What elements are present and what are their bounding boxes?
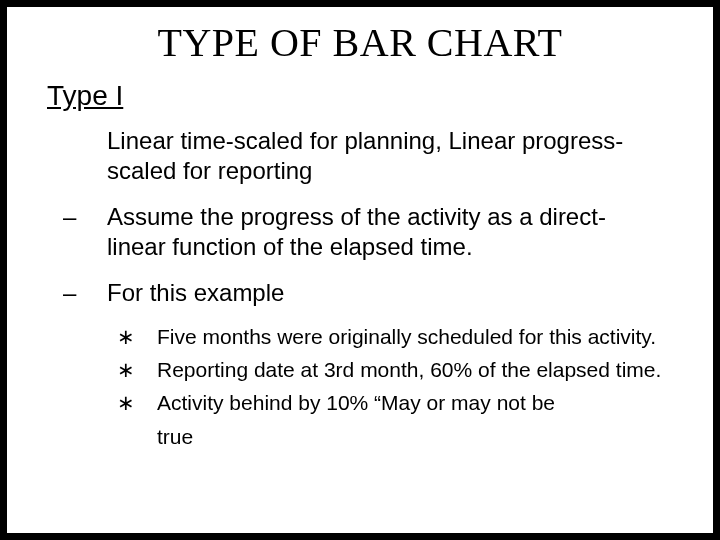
bullet-assume: –Assume the progress of the activity as …	[85, 202, 663, 262]
cutoff-text: true	[157, 424, 673, 449]
slide-title: TYPE OF BAR CHART	[47, 19, 673, 66]
subbullet-text: Five months were originally scheduled fo…	[157, 325, 656, 348]
asterisk-icon: ∗	[137, 324, 157, 349]
asterisk-icon: ∗	[137, 357, 157, 382]
dash-icon: –	[85, 278, 107, 308]
bullet-text: Assume the progress of the activity as a…	[107, 203, 606, 260]
asterisk-icon: ∗	[137, 390, 157, 415]
slide-frame: TYPE OF BAR CHART Type I Linear time-sca…	[0, 0, 720, 540]
intro-text: Linear time-scaled for planning, Linear …	[107, 126, 663, 186]
subbullet-text: Reporting date at 3rd month, 60% of the …	[157, 358, 661, 381]
type-heading: Type I	[47, 80, 673, 112]
subbullet-text: Activity behind by 10% “May or may not b…	[157, 391, 555, 414]
subbullet-five-months: ∗Five months were originally scheduled f…	[137, 324, 663, 349]
bullet-example: –For this example	[85, 278, 663, 308]
bullet-text: For this example	[107, 279, 284, 306]
dash-icon: –	[85, 202, 107, 232]
subbullet-activity-behind: ∗Activity behind by 10% “May or may not …	[137, 390, 663, 415]
subbullet-reporting-date: ∗Reporting date at 3rd month, 60% of the…	[137, 357, 663, 382]
